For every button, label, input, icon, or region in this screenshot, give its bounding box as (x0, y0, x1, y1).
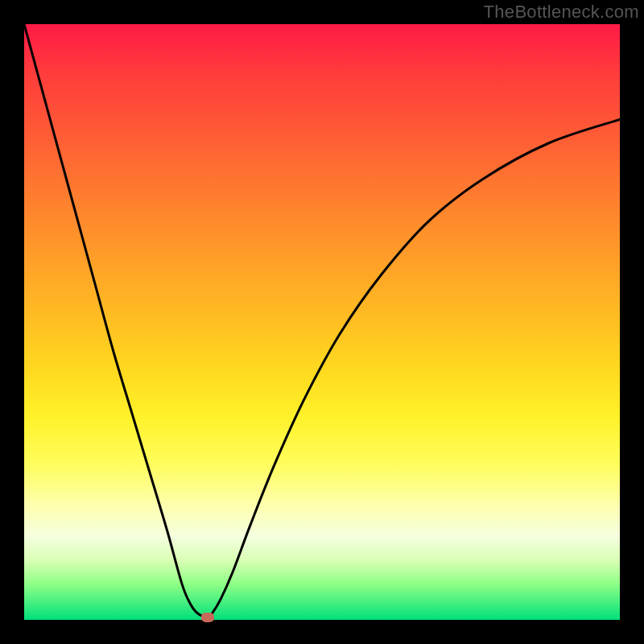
curve-svg (24, 24, 620, 620)
bottleneck-curve (24, 24, 620, 617)
plot-area (24, 24, 620, 620)
watermark-text: TheBottleneck.com (484, 2, 639, 23)
chart-frame: TheBottleneck.com (0, 0, 644, 644)
minimum-marker (201, 613, 214, 622)
